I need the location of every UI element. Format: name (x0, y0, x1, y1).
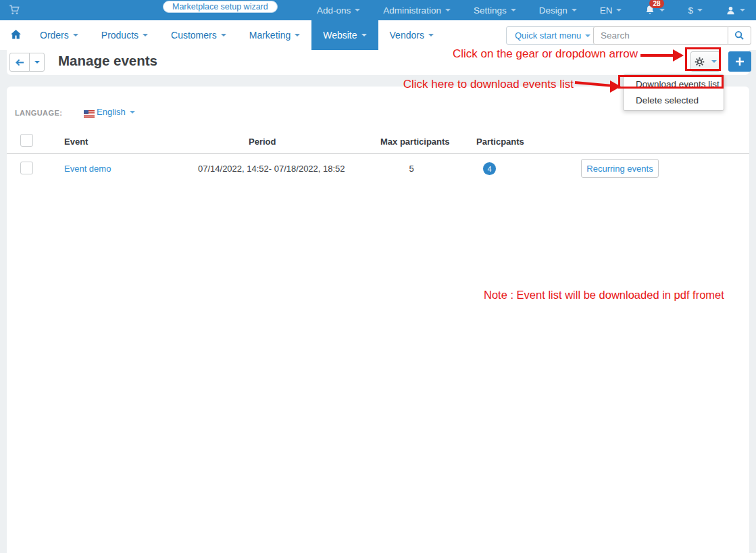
add-event-button[interactable] (728, 51, 751, 72)
page-title: Manage events (58, 53, 157, 69)
main-navbar: Orders Products Customers Marketing Webs… (0, 20, 756, 50)
chevron-down-icon (740, 9, 745, 11)
nav-item-label: Website (323, 30, 357, 41)
annotation-gear: Click on the gear or dropdown arrow (453, 47, 638, 61)
topbar-item-addons[interactable]: Add-ons (317, 5, 360, 16)
home-icon[interactable] (10, 29, 22, 43)
nav-items: Orders Products Customers Marketing Webs… (28, 20, 445, 50)
annotation-arrowhead (673, 49, 684, 62)
column-header-participants: Particpants (476, 137, 524, 147)
search-input[interactable] (593, 26, 728, 45)
recurring-events-button[interactable]: Recurring events (581, 159, 659, 178)
nav-item-label: Vendors (390, 30, 424, 41)
admin-page: Marketplace setup wizard Add-ons Adminis… (0, 0, 756, 553)
back-dropdown-button[interactable] (29, 53, 45, 72)
search-button[interactable] (728, 26, 751, 45)
chevron-down-icon (221, 34, 226, 37)
quick-start-menu-button[interactable]: Quick start menu (506, 26, 599, 45)
notifications-menu[interactable]: 28 (645, 5, 665, 16)
search-icon (734, 30, 745, 41)
chevron-down-icon (616, 9, 622, 11)
chevron-down-icon (585, 34, 590, 37)
chevron-down-icon (34, 61, 40, 64)
chevron-down-icon (697, 9, 703, 11)
nav-item-vendors[interactable]: Vendors (378, 20, 445, 50)
back-button[interactable] (9, 53, 30, 72)
language-value: English (97, 107, 126, 117)
us-flag-icon (84, 108, 95, 120)
nav-item-label: Customers (171, 30, 217, 41)
annotation-download: Click here to download events list (403, 78, 574, 91)
gear-icon (695, 57, 705, 67)
menu-item-download-events-list[interactable]: Download events list (624, 76, 724, 93)
chevron-down-icon (445, 9, 451, 11)
nav-item-customers[interactable]: Customers (159, 20, 238, 50)
arrow-left-icon (15, 58, 25, 67)
topbar: Marketplace setup wizard Add-ons Adminis… (0, 0, 756, 20)
nav-item-label: Marketing (249, 30, 291, 41)
topbar-item-label: Settings (474, 5, 507, 16)
chevron-down-icon (73, 34, 78, 37)
topbar-item-settings[interactable]: Settings (474, 5, 516, 16)
nav-item-products[interactable]: Products (90, 20, 159, 50)
user-icon (726, 5, 736, 16)
gear-dropdown-button[interactable] (690, 51, 720, 72)
nav-item-label: Orders (40, 30, 69, 41)
currency-selector[interactable]: $ (688, 5, 703, 16)
chevron-down-icon (572, 9, 577, 11)
topbar-item-label: Administration (383, 5, 441, 16)
user-menu[interactable] (726, 5, 745, 16)
marketplace-setup-wizard-button[interactable]: Marketplace setup wizard (163, 1, 278, 13)
notification-badge: 28 (649, 0, 663, 8)
topbar-item-design[interactable]: Design (539, 5, 577, 16)
table-header-divider (7, 153, 749, 154)
topbar-menu: Add-ons Administration Settings Design E… (317, 0, 745, 20)
menu-item-delete-selected[interactable]: Delete selected (624, 93, 724, 109)
event-max-participants: 5 (380, 164, 443, 174)
content-panel: LANGUAGE: English Event Period Max parti… (7, 87, 749, 553)
column-header-event: Event (64, 137, 88, 147)
nav-item-website[interactable]: Website (311, 20, 378, 50)
topbar-item-label: Add-ons (317, 5, 351, 16)
column-header-max-participants: Max participants (380, 137, 450, 147)
annotation-arrow (640, 54, 674, 57)
chevron-down-icon (711, 60, 717, 63)
quick-start-label: Quick start menu (515, 30, 581, 41)
language-dropdown[interactable]: English (97, 107, 135, 117)
annotation-arrowhead (610, 80, 621, 93)
page-header: Manage events (7, 50, 749, 75)
chevron-down-icon (428, 34, 434, 37)
cart-icon[interactable] (8, 3, 23, 17)
chevron-down-icon (355, 9, 360, 11)
topbar-item-administration[interactable]: Administration (383, 5, 451, 16)
participants-count-badge[interactable]: 4 (483, 162, 496, 175)
event-link[interactable]: Event demo (64, 164, 111, 174)
language-selector[interactable]: EN (600, 5, 622, 16)
annotation-note: Note : Event list will be downloaded in … (484, 289, 724, 302)
chevron-down-icon (295, 34, 300, 37)
nav-item-orders[interactable]: Orders (28, 20, 90, 50)
column-header-period: Period (249, 137, 276, 147)
nav-item-label: Products (101, 30, 138, 41)
chevron-down-icon (130, 111, 135, 114)
topbar-item-label: Design (539, 5, 568, 16)
row-checkbox[interactable] (20, 162, 33, 174)
topbar-item-label: EN (600, 5, 613, 16)
select-all-checkbox[interactable] (20, 134, 33, 147)
gear-dropdown-menu: Download events list Delete selected (623, 74, 724, 111)
nav-item-marketing[interactable]: Marketing (238, 20, 311, 50)
chevron-down-icon (659, 9, 665, 11)
currency-symbol: $ (688, 5, 693, 16)
back-button-group (9, 53, 45, 72)
event-period: 07/14/2022, 14:52- 07/18/2022, 18:52 (198, 164, 345, 174)
language-label: LANGUAGE: (15, 109, 62, 117)
chevron-down-icon (143, 34, 148, 37)
chevron-down-icon (361, 34, 367, 37)
plus-icon (735, 57, 745, 66)
chevron-down-icon (511, 9, 516, 11)
search-group (593, 26, 751, 45)
